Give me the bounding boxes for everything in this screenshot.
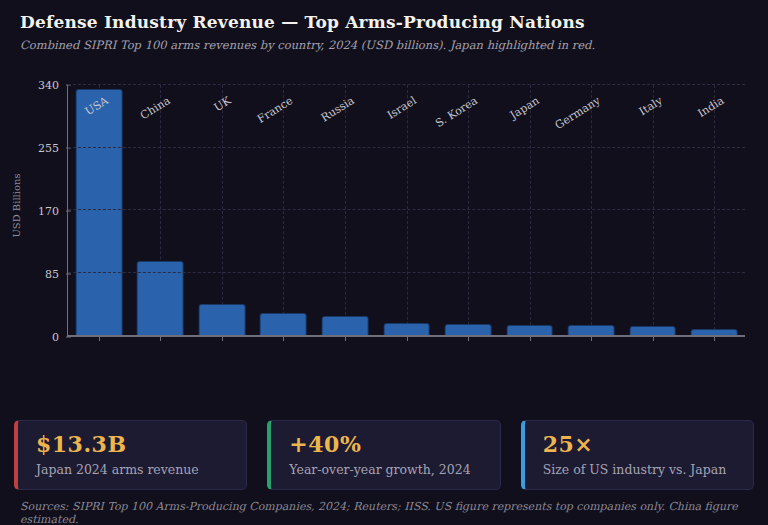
stat-label: Size of US industry vs. Japan xyxy=(543,462,735,477)
y-tick-label: 255 xyxy=(0,142,59,155)
stat-value: +40% xyxy=(289,431,481,457)
bar-s-korea xyxy=(445,324,492,335)
stat-cards: $13.3B Japan 2024 arms revenue +40% Year… xyxy=(14,420,754,490)
horizontal-gridline xyxy=(68,84,745,85)
stat-value: 25× xyxy=(543,431,735,457)
x-tick-label: Israel xyxy=(384,94,418,122)
bar-cell-japan: Japan xyxy=(499,85,561,335)
vertical-gridline xyxy=(468,85,469,335)
bar-india xyxy=(691,329,738,335)
horizontal-gridline xyxy=(68,272,745,273)
x-tick-label: Germany xyxy=(553,94,603,132)
stat-card-yoy-growth: +40% Year-over-year growth, 2024 xyxy=(267,420,500,490)
bar-uk xyxy=(198,304,245,335)
x-tick-mark xyxy=(530,336,531,341)
horizontal-gridline xyxy=(68,209,745,210)
bar-cell-uk: UK xyxy=(191,85,253,335)
vertical-gridline xyxy=(653,85,654,335)
vertical-gridline xyxy=(591,85,592,335)
bar-cell-usa: USA xyxy=(68,85,130,335)
bar-russia xyxy=(322,316,369,335)
bar-usa xyxy=(75,89,122,335)
horizontal-gridline xyxy=(68,147,745,148)
bar-france xyxy=(260,313,307,335)
vertical-gridline xyxy=(345,85,346,335)
bar-chart: USD Billions 085170255340 USAChinaUKFran… xyxy=(0,62,768,407)
bar-cell-india: India xyxy=(683,85,745,335)
x-tick-mark xyxy=(468,336,469,341)
x-tick-mark xyxy=(160,336,161,341)
bar-cell-s-korea: S. Korea xyxy=(437,85,499,335)
stat-card-us-vs-japan: 25× Size of US industry vs. Japan xyxy=(521,420,754,490)
x-tick-label: S. Korea xyxy=(433,94,480,130)
x-tick-label: India xyxy=(695,94,726,120)
x-tick-label: UK xyxy=(212,94,234,114)
vertical-gridline xyxy=(714,85,715,335)
x-tick-label: Russia xyxy=(319,94,357,124)
x-tick-mark xyxy=(99,336,100,341)
bar-italy xyxy=(629,326,676,335)
sources-note: Sources: SIPRI Top 100 Arms-Producing Co… xyxy=(20,500,748,525)
y-tick-label: 170 xyxy=(0,205,59,218)
bar-cell-china: China xyxy=(130,85,192,335)
x-tick-label: China xyxy=(138,94,173,122)
page-subtitle: Combined SIPRI Top 100 arms revenues by … xyxy=(20,38,748,52)
x-tick-mark xyxy=(407,336,408,341)
vertical-gridline xyxy=(222,85,223,335)
y-tick-label: 340 xyxy=(0,79,59,92)
bar-cell-italy: Italy xyxy=(622,85,684,335)
bar-israel xyxy=(383,323,430,336)
bar-cell-france: France xyxy=(253,85,315,335)
page-title: Defense Industry Revenue — Top Arms-Prod… xyxy=(20,12,748,32)
bar-cell-germany: Germany xyxy=(560,85,622,335)
y-axis: 085170255340 xyxy=(0,85,59,337)
stat-card-japan-revenue: $13.3B Japan 2024 arms revenue xyxy=(14,420,247,490)
x-tick-mark xyxy=(591,336,592,341)
x-tick-mark xyxy=(714,336,715,341)
bars-row: USAChinaUKFranceRussiaIsraelS. KoreaJapa… xyxy=(68,85,745,335)
vertical-gridline xyxy=(530,85,531,335)
vertical-gridline xyxy=(283,85,284,335)
x-tick-mark xyxy=(345,336,346,341)
y-tick-label: 85 xyxy=(0,268,59,281)
x-tick-label: Italy xyxy=(636,94,664,118)
y-tick-label: 0 xyxy=(0,331,59,344)
x-tick-label: Japan xyxy=(508,94,542,122)
bar-cell-russia: Russia xyxy=(314,85,376,335)
stat-label: Japan 2024 arms revenue xyxy=(36,462,228,477)
x-tick-label: France xyxy=(255,94,295,126)
chart-header: Defense Industry Revenue — Top Arms-Prod… xyxy=(20,12,748,52)
x-tick-mark xyxy=(222,336,223,341)
plot-area: USAChinaUKFranceRussiaIsraelS. KoreaJapa… xyxy=(67,85,745,337)
bar-cell-israel: Israel xyxy=(376,85,438,335)
bar-japan xyxy=(506,325,553,335)
bar-germany xyxy=(568,325,615,335)
bar-china xyxy=(137,261,184,335)
x-tick-mark xyxy=(653,336,654,341)
x-tick-mark xyxy=(283,336,284,341)
stat-label: Year-over-year growth, 2024 xyxy=(289,462,481,477)
stat-value: $13.3B xyxy=(36,431,228,457)
vertical-gridline xyxy=(407,85,408,335)
